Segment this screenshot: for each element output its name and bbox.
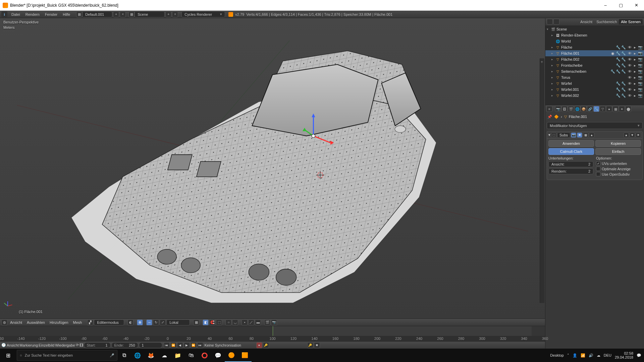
disclosure-icon[interactable]: ▸ bbox=[551, 70, 555, 73]
menu-rendern[interactable]: Rendern bbox=[23, 12, 42, 17]
snap-type-icon[interactable]: ⬚ bbox=[216, 319, 222, 325]
tray-clock[interactable]: 02:58 29.04.2018 bbox=[615, 351, 633, 359]
outliner-tab-suchbereich[interactable]: Suchbereich bbox=[594, 19, 619, 24]
window-close-button[interactable]: ✕ bbox=[629, 0, 644, 11]
layout-add-icon[interactable]: + bbox=[113, 11, 119, 17]
tab-scene-icon[interactable]: 🎬 bbox=[568, 106, 574, 112]
mode-icon[interactable]: ▞ bbox=[87, 319, 93, 325]
modifier-copy-button[interactable]: Kopieren bbox=[595, 140, 641, 147]
selectable-icon[interactable]: ▸ bbox=[633, 45, 637, 50]
tab-physics-icon[interactable]: ⬤ bbox=[625, 106, 631, 112]
tab-render-icon[interactable]: 📷 bbox=[555, 106, 561, 112]
tab-world-icon[interactable]: 🌐 bbox=[574, 106, 580, 112]
disclosure-icon[interactable]: ▸ bbox=[551, 58, 555, 61]
outliner-row[interactable]: ▸🖼Render-Ebenen bbox=[545, 32, 644, 38]
proportional-icon[interactable]: ○ bbox=[225, 319, 231, 325]
outliner-row[interactable]: ▸▽Torus👁▸📷 bbox=[545, 74, 644, 80]
visibility-eye-icon[interactable]: 👁 bbox=[627, 81, 632, 86]
editor-type-outliner-icon[interactable] bbox=[547, 19, 553, 25]
renderable-icon[interactable]: 📷 bbox=[638, 57, 643, 62]
render-preview-icon[interactable]: 🎬 bbox=[264, 319, 270, 325]
disclosure-icon[interactable]: ▸ bbox=[551, 88, 555, 91]
mod-move-up-icon[interactable]: ▲ bbox=[624, 132, 629, 138]
window-minimize-button[interactable]: – bbox=[598, 0, 613, 11]
view3d-menu-mesh[interactable]: Mesh bbox=[71, 320, 84, 325]
modifier-wrench-icon[interactable]: 🔧 bbox=[616, 57, 621, 62]
keyframe-prev-icon[interactable]: ⏪ bbox=[170, 342, 176, 348]
task-view-icon[interactable]: ⧉ bbox=[117, 349, 131, 362]
view3d-menu-ansicht[interactable]: Ansicht bbox=[8, 320, 24, 325]
timeline-menu-einzelbild[interactable]: Einzelbild bbox=[39, 343, 54, 347]
modifier-wrench-icon[interactable]: 🔧 bbox=[621, 51, 626, 56]
collapse-icon[interactable]: ▾ bbox=[548, 133, 550, 137]
renderable-icon[interactable]: 📷 bbox=[638, 93, 643, 98]
outliner-tab-ansicht[interactable]: Ansicht bbox=[578, 19, 594, 24]
taskbar-edge-icon[interactable]: 🌐 bbox=[131, 349, 144, 362]
end-frame-field[interactable]: Ende:250 bbox=[111, 342, 138, 348]
editor-type-icon[interactable]: i bbox=[1, 11, 7, 17]
renderable-icon[interactable]: 📷 bbox=[638, 69, 643, 74]
disclosure-icon[interactable]: ▸ bbox=[551, 34, 555, 37]
renderable-icon[interactable]: 📷 bbox=[638, 45, 643, 50]
play-icon[interactable]: ▶ bbox=[184, 342, 190, 348]
taskbar-app-icon[interactable]: ☁ bbox=[158, 349, 171, 362]
disclosure-icon[interactable]: ▸ bbox=[551, 76, 555, 79]
timeline-menu-markierung[interactable]: Markierung bbox=[19, 343, 38, 347]
modifier-wrench-icon[interactable]: 🔧 bbox=[610, 69, 615, 74]
selectable-icon[interactable]: ▸ bbox=[633, 51, 637, 56]
editor-type-properties-icon[interactable]: ≡ bbox=[546, 106, 552, 112]
mode-dropdown[interactable]: Editiermodus bbox=[94, 319, 124, 325]
tray-people-icon[interactable]: 👤 bbox=[573, 353, 577, 358]
taskbar-firefox-icon[interactable]: 🦊 bbox=[144, 349, 158, 362]
orientation-dropdown[interactable]: Lokal bbox=[166, 319, 190, 325]
subdiv-view-field[interactable]: Ansicht:2 bbox=[548, 161, 593, 167]
modifier-wrench-icon[interactable]: 🔧 bbox=[621, 69, 626, 74]
play-reverse-icon[interactable]: ◀ bbox=[177, 342, 183, 348]
taskbar-skype-icon[interactable]: 💬 bbox=[211, 349, 225, 362]
outliner-row[interactable]: ▸▽Würfel.001🔧🔧👁▸📷 bbox=[545, 86, 644, 93]
mod-move-down-icon[interactable]: ▼ bbox=[630, 132, 635, 138]
taskbar-explorer-icon[interactable]: 📁 bbox=[171, 349, 184, 362]
timeline-playhead[interactable] bbox=[273, 326, 273, 336]
timeline-strip[interactable] bbox=[0, 326, 545, 336]
manipulator-scale-icon[interactable]: ⤢ bbox=[160, 319, 166, 325]
edge-select-icon[interactable]: ／ bbox=[248, 319, 254, 325]
window-maximize-button[interactable]: ▢ bbox=[613, 0, 629, 11]
outliner-row[interactable]: ▸▽Frontscheibe🔧🔧👁▸📷 bbox=[545, 62, 644, 68]
selectable-icon[interactable]: ▸ bbox=[633, 87, 637, 92]
modifier-wrench-icon[interactable]: 🔧 bbox=[616, 87, 621, 92]
optimal-display-checkbox[interactable]: Optimale Anzeige bbox=[596, 167, 641, 171]
disclosure-icon[interactable]: ▸ bbox=[551, 52, 555, 55]
layers-icon[interactable]: ▦ bbox=[193, 319, 199, 325]
taskbar-search[interactable]: ○ Zur Suche Text hier eingeben 🎤 bbox=[17, 350, 117, 361]
editor-type-timeline-icon[interactable]: 🕑 bbox=[1, 343, 6, 347]
modifier-wrench-icon[interactable]: 🔧 bbox=[616, 51, 621, 56]
modifier-wrench-icon[interactable]: 🔧 bbox=[621, 87, 626, 92]
limit-sel-icon[interactable]: ◧ bbox=[203, 319, 209, 325]
editor-type-3dview-icon[interactable]: ◍ bbox=[1, 319, 7, 325]
snap-icon[interactable]: 🧲 bbox=[209, 319, 215, 325]
modifier-wrench-icon[interactable]: 🔧 bbox=[621, 93, 626, 98]
taskbar-other-icon[interactable]: 🟧 bbox=[238, 349, 252, 362]
n-panel-collapsed[interactable]: + bbox=[540, 58, 544, 303]
taskbar-blender-icon[interactable]: 🟠 bbox=[225, 349, 238, 362]
outliner-row[interactable]: ▸▽Würfel.002🔧🔧👁▸📷 bbox=[545, 93, 644, 99]
mod-delete-icon[interactable]: ✕ bbox=[636, 132, 641, 138]
disclosure-icon[interactable]: ▸ bbox=[551, 64, 555, 67]
renderable-icon[interactable]: 📷 bbox=[638, 63, 643, 68]
add-modifier-dropdown[interactable]: Modifikator hinzufügen▾ bbox=[547, 122, 643, 129]
jump-start-icon[interactable]: ⏮ bbox=[164, 342, 170, 348]
tray-onedrive-icon[interactable]: ☁ bbox=[597, 353, 600, 358]
layout-browse-icon[interactable]: ▦ bbox=[76, 11, 82, 17]
modifier-wrench-icon[interactable]: 🔧 bbox=[616, 93, 621, 98]
modifier-wrench-icon[interactable]: 🔧 bbox=[616, 45, 621, 50]
modifier-apply-button[interactable]: Anwenden bbox=[548, 140, 594, 147]
view3d-menu-hinzufugen[interactable]: Hinzufügen bbox=[48, 320, 70, 325]
tray-language[interactable]: DEU bbox=[604, 353, 611, 357]
gl-render-icon[interactable]: 📷 bbox=[271, 319, 277, 325]
disclosure-icon[interactable]: ▾ bbox=[547, 27, 551, 31]
taskbar-chrome-icon[interactable]: ⭕ bbox=[198, 349, 211, 362]
outliner-tree[interactable]: ▾🎬Scene▸🖼Render-Ebenen🌐World▸▽Fläche🔧🔧👁▸… bbox=[545, 25, 644, 105]
3d-viewport[interactable]: Benutzer-Perspektive Meters (1) Fläche.0… bbox=[0, 18, 545, 318]
keying-set-icon[interactable]: 🔑 bbox=[263, 342, 269, 348]
